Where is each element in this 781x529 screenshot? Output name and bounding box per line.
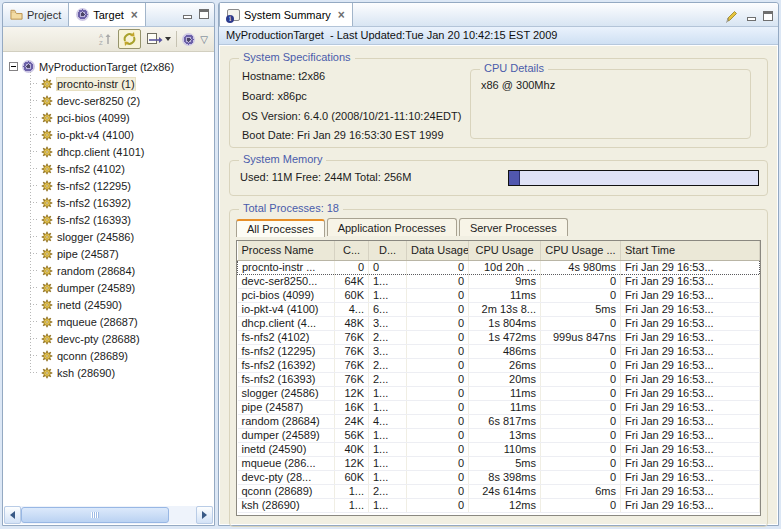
table-cell: fs-nfs2 (4102) [238, 330, 335, 344]
table-row[interactable]: pipe (24587)16K1...011ms0Fri Jan 29 16:5… [238, 400, 760, 414]
column-header[interactable]: Data Usage... [407, 241, 469, 260]
table-row[interactable]: slogger (24586)12K1...011ms0Fri Jan 29 1… [238, 386, 760, 400]
table-cell: Fri Jan 29 16:53... [621, 358, 760, 372]
maximize-icon[interactable] [199, 9, 209, 19]
tab-target[interactable]: Target × [68, 3, 146, 26]
process-tab-1[interactable]: Application Processes [327, 218, 457, 236]
system-memory-title: System Memory [239, 153, 326, 165]
tree-item[interactable]: random (28684) [4, 262, 213, 279]
table-cell: 0 [541, 344, 621, 358]
tree-item[interactable]: ksh (28690) [4, 364, 213, 381]
sort-button[interactable]: A Z [97, 29, 113, 49]
scrollbar-thumb[interactable] [21, 507, 169, 523]
table-cell: 11ms [469, 386, 541, 400]
view-menu-button[interactable]: ▽ [200, 29, 208, 49]
table-cell: 2... [369, 372, 407, 386]
table-row[interactable]: ksh (28690)1...1...012ms0Fri Jan 29 16:5… [238, 498, 760, 512]
column-header[interactable]: D... [369, 241, 407, 260]
tab-project[interactable]: Project [3, 3, 68, 26]
table-cell: Fri Jan 29 16:53... [621, 456, 760, 470]
table-cell: 4... [335, 302, 369, 316]
tree-item[interactable]: fs-nfs2 (16392) [4, 194, 213, 211]
pencil-icon[interactable] [723, 9, 738, 23]
tree-item[interactable]: pipe (24587) [4, 245, 213, 262]
table-cell: 0 [541, 470, 621, 484]
table-row[interactable]: fs-nfs2 (16393)76K2...020ms0Fri Jan 29 1… [238, 372, 760, 386]
tree-item[interactable]: procnto-instr (1) [4, 75, 213, 92]
tree-item[interactable]: fs-nfs2 (12295) [4, 177, 213, 194]
column-header[interactable]: CPU Usage [469, 241, 541, 260]
table-cell: dhcp.client (4... [238, 316, 335, 330]
table-row[interactable]: procnto-instr ...00010d 20h ...4s 980msF… [238, 260, 760, 274]
tree-item[interactable]: devc-pty (28688) [4, 330, 213, 347]
table-row[interactable]: io-pkt-v4 (4100)4...6...02m 13s 8...5msF… [238, 302, 760, 316]
gear-icon [41, 248, 53, 260]
close-icon[interactable]: × [131, 9, 138, 21]
table-cell: 0 [335, 260, 369, 274]
minimize-icon[interactable] [747, 17, 756, 21]
tree-item[interactable]: dumper (24589) [4, 279, 213, 296]
tree-item[interactable]: inetd (24590) [4, 296, 213, 313]
table-cell: 12ms [469, 498, 541, 512]
arrow-left-icon [10, 511, 15, 519]
scrollbar-track[interactable] [169, 506, 196, 524]
tree-item[interactable]: pci-bios (4099) [4, 109, 213, 126]
refresh-button[interactable] [118, 29, 141, 49]
horizontal-scrollbar[interactable] [4, 506, 213, 524]
tab-system-summary-label: System Summary [244, 9, 331, 21]
close-icon[interactable]: × [338, 9, 345, 21]
process-tab-0[interactable]: All Processes [236, 219, 325, 237]
scroll-right-button[interactable] [196, 506, 213, 524]
table-cell: 6... [369, 302, 407, 316]
tree-item-label: fs-nfs2 (4102) [57, 163, 125, 175]
process-tab-2[interactable]: Server Processes [459, 218, 568, 236]
table-cell: 0 [407, 484, 469, 498]
table-row[interactable]: fs-nfs2 (12295)76K3...0486ms0Fri Jan 29 … [238, 344, 760, 358]
tree-item[interactable]: devc-ser8250 (2) [4, 92, 213, 109]
maximize-icon[interactable] [763, 11, 773, 21]
table-cell: 11ms [469, 288, 541, 302]
minimize-icon[interactable] [183, 15, 192, 19]
target-toolbar: A Z ▽ [3, 27, 214, 52]
tree-root-item[interactable]: MyProductionTarget (t2x86) [4, 58, 213, 75]
tree-item[interactable]: mqueue (28687) [4, 313, 213, 330]
table-row[interactable]: inetd (24590)40K1...0110ms0Fri Jan 29 16… [238, 442, 760, 456]
column-header[interactable]: Process Name [238, 241, 335, 260]
table-row[interactable]: fs-nfs2 (16392)76K2...026ms0Fri Jan 29 1… [238, 358, 760, 372]
cpu-details-group: CPU Details x86 @ 300Mhz [470, 69, 751, 139]
table-cell: 12K [335, 386, 369, 400]
tab-system-summary[interactable]: System Summary × [219, 3, 353, 26]
table-cell: 3... [369, 316, 407, 330]
scroll-left-button[interactable] [4, 506, 21, 524]
target-filter-button[interactable] [182, 29, 195, 49]
column-header[interactable]: Start Time [621, 241, 760, 260]
table-cell: 0 [541, 316, 621, 330]
total-processes-title: Total Processes: 18 [239, 202, 343, 214]
table-row[interactable]: fs-nfs2 (4102)76K2...01s 472ms999us 847n… [238, 330, 760, 344]
table-row[interactable]: devc-ser8250...64K1...09ms0Fri Jan 29 16… [238, 274, 760, 288]
tree-item[interactable]: slogger (24586) [4, 228, 213, 245]
table-row[interactable]: pci-bios (4099)60K1...011ms0Fri Jan 29 1… [238, 288, 760, 302]
table-row[interactable]: qconn (28689)1...2...024s 614ms6msFri Ja… [238, 484, 760, 498]
column-header[interactable]: C... [335, 241, 369, 260]
collapse-icon[interactable] [9, 62, 18, 71]
tree-item[interactable]: fs-nfs2 (4102) [4, 160, 213, 177]
tree-item[interactable]: dhcp.client (4101) [4, 143, 213, 160]
cpu-details-value: x86 @ 300Mhz [481, 79, 555, 91]
table-row[interactable]: devc-pty (28...60K1...08s 398ms0Fri Jan … [238, 470, 760, 484]
connect-target-button[interactable] [146, 29, 171, 49]
gear-icon [41, 299, 53, 311]
process-table[interactable]: Process NameC...D...Data Usage...CPU Usa… [237, 241, 760, 513]
tree-item[interactable]: io-pkt-v4 (4100) [4, 126, 213, 143]
table-row[interactable]: dhcp.client (4...48K3...01s 804ms0Fri Ja… [238, 316, 760, 330]
table-row[interactable]: random (28684)24K4...06s 817ms0Fri Jan 2… [238, 414, 760, 428]
column-header[interactable]: CPU Usage ... [541, 241, 621, 260]
tree-item-label: ksh (28690) [57, 367, 115, 379]
tree-item[interactable]: qconn (28689) [4, 347, 213, 364]
table-row[interactable]: mqueue (286...12K1...05ms0Fri Jan 29 16:… [238, 456, 760, 470]
tree-item[interactable]: fs-nfs2 (16393) [4, 211, 213, 228]
table-cell: 0 [369, 260, 407, 274]
gear-icon [41, 350, 53, 362]
table-row[interactable]: dumper (24589)56K1...013ms0Fri Jan 29 16… [238, 428, 760, 442]
table-cell: Fri Jan 29 16:53... [621, 386, 760, 400]
